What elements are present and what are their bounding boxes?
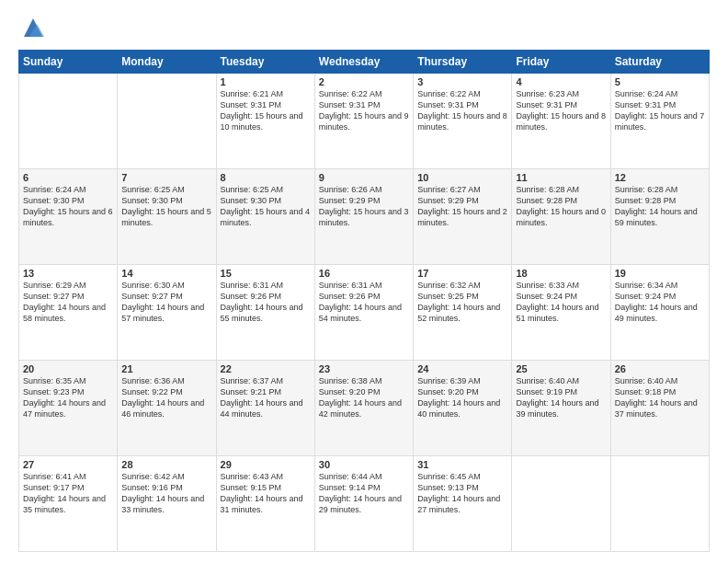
day-info: Sunrise: 6:41 AMSunset: 9:17 PMDaylight:… [23,471,113,516]
day-number: 5 [615,76,705,87]
weekday-sunday: Sunday [19,51,118,74]
calendar-cell: 1Sunrise: 6:21 AMSunset: 9:31 PMDaylight… [216,74,314,169]
day-number: 22 [221,363,311,374]
day-info: Sunrise: 6:33 AMSunset: 9:24 PMDaylight:… [516,280,606,325]
calendar-cell: 5Sunrise: 6:24 AMSunset: 9:31 PMDaylight… [610,74,709,169]
day-info: Sunrise: 6:45 AMSunset: 9:13 PMDaylight:… [417,471,507,516]
day-info: Sunrise: 6:37 AMSunset: 9:21 PMDaylight:… [221,375,311,420]
calendar-cell: 13Sunrise: 6:29 AMSunset: 9:27 PMDayligh… [19,265,118,361]
day-number: 20 [23,363,113,374]
calendar-cell: 22Sunrise: 6:37 AMSunset: 9:21 PMDayligh… [216,361,314,456]
day-number: 14 [121,268,211,279]
calendar-cell: 2Sunrise: 6:22 AMSunset: 9:31 PMDaylight… [314,74,413,169]
calendar-cell: 31Sunrise: 6:45 AMSunset: 9:13 PMDayligh… [414,456,512,552]
day-info: Sunrise: 6:32 AMSunset: 9:25 PMDaylight:… [417,280,507,325]
week-row-5: 27Sunrise: 6:41 AMSunset: 9:17 PMDayligh… [19,456,710,552]
day-number: 6 [23,172,113,183]
logo-icon [20,15,46,40]
day-info: Sunrise: 6:30 AMSunset: 9:27 PMDaylight:… [121,280,211,325]
day-info: Sunrise: 6:34 AMSunset: 9:24 PMDaylight:… [615,280,705,325]
weekday-wednesday: Wednesday [314,51,413,74]
day-number: 26 [615,363,705,374]
weekday-saturday: Saturday [610,51,709,74]
day-info: Sunrise: 6:23 AMSunset: 9:31 PMDaylight:… [516,88,606,133]
day-info: Sunrise: 6:31 AMSunset: 9:26 PMDaylight:… [319,280,409,325]
day-number: 15 [221,268,311,279]
calendar-cell: 12Sunrise: 6:28 AMSunset: 9:28 PMDayligh… [610,169,709,265]
weekday-header-row: SundayMondayTuesdayWednesdayThursdayFrid… [19,51,710,74]
day-info: Sunrise: 6:27 AMSunset: 9:29 PMDaylight:… [417,184,507,229]
calendar-cell: 21Sunrise: 6:36 AMSunset: 9:22 PMDayligh… [118,361,216,456]
day-info: Sunrise: 6:24 AMSunset: 9:30 PMDaylight:… [23,184,113,229]
day-info: Sunrise: 6:38 AMSunset: 9:20 PMDaylight:… [319,375,409,420]
calendar-cell: 27Sunrise: 6:41 AMSunset: 9:17 PMDayligh… [19,456,118,552]
day-info: Sunrise: 6:29 AMSunset: 9:27 PMDaylight:… [23,280,113,325]
calendar-cell: 11Sunrise: 6:28 AMSunset: 9:28 PMDayligh… [512,169,610,265]
calendar-cell: 7Sunrise: 6:25 AMSunset: 9:30 PMDaylight… [118,169,216,265]
day-number: 25 [516,363,606,374]
calendar-cell: 29Sunrise: 6:43 AMSunset: 9:15 PMDayligh… [216,456,314,552]
calendar-cell: 28Sunrise: 6:42 AMSunset: 9:16 PMDayligh… [118,456,216,552]
calendar-cell [610,456,709,552]
day-number: 24 [417,363,507,374]
day-info: Sunrise: 6:22 AMSunset: 9:31 PMDaylight:… [319,88,409,133]
day-number: 3 [417,76,507,87]
calendar-table: SundayMondayTuesdayWednesdayThursdayFrid… [18,50,710,552]
calendar-cell: 24Sunrise: 6:39 AMSunset: 9:20 PMDayligh… [414,361,512,456]
day-number: 11 [516,172,606,183]
day-info: Sunrise: 6:21 AMSunset: 9:31 PMDaylight:… [221,88,311,133]
weekday-thursday: Thursday [414,51,512,74]
day-number: 19 [615,268,705,279]
day-number: 4 [516,76,606,87]
calendar-cell: 20Sunrise: 6:35 AMSunset: 9:23 PMDayligh… [19,361,118,456]
day-number: 21 [121,363,211,374]
calendar-cell: 3Sunrise: 6:22 AMSunset: 9:31 PMDaylight… [414,74,512,169]
day-info: Sunrise: 6:26 AMSunset: 9:29 PMDaylight:… [319,184,409,229]
day-number: 10 [417,172,507,183]
day-number: 27 [23,459,113,470]
weekday-friday: Friday [512,51,610,74]
calendar-cell: 4Sunrise: 6:23 AMSunset: 9:31 PMDaylight… [512,74,610,169]
day-info: Sunrise: 6:42 AMSunset: 9:16 PMDaylight:… [121,471,211,516]
calendar-cell: 18Sunrise: 6:33 AMSunset: 9:24 PMDayligh… [512,265,610,361]
calendar-cell: 6Sunrise: 6:24 AMSunset: 9:30 PMDaylight… [19,169,118,265]
calendar-cell: 26Sunrise: 6:40 AMSunset: 9:18 PMDayligh… [610,361,709,456]
calendar-cell: 23Sunrise: 6:38 AMSunset: 9:20 PMDayligh… [314,361,413,456]
calendar-cell: 10Sunrise: 6:27 AMSunset: 9:29 PMDayligh… [414,169,512,265]
day-info: Sunrise: 6:28 AMSunset: 9:28 PMDaylight:… [516,184,606,229]
day-info: Sunrise: 6:44 AMSunset: 9:14 PMDaylight:… [319,471,409,516]
page: SundayMondayTuesdayWednesdayThursdayFrid… [0,0,728,563]
week-row-2: 6Sunrise: 6:24 AMSunset: 9:30 PMDaylight… [19,169,710,265]
logo [18,15,46,40]
day-number: 31 [417,459,507,470]
day-number: 30 [319,459,409,470]
day-number: 7 [121,172,211,183]
day-info: Sunrise: 6:36 AMSunset: 9:22 PMDaylight:… [121,375,211,420]
week-row-1: 1Sunrise: 6:21 AMSunset: 9:31 PMDaylight… [19,74,710,169]
day-info: Sunrise: 6:31 AMSunset: 9:26 PMDaylight:… [221,280,311,325]
day-number: 18 [516,268,606,279]
day-info: Sunrise: 6:28 AMSunset: 9:28 PMDaylight:… [615,184,705,229]
day-info: Sunrise: 6:43 AMSunset: 9:15 PMDaylight:… [221,471,311,516]
day-info: Sunrise: 6:22 AMSunset: 9:31 PMDaylight:… [417,88,507,133]
day-number: 8 [221,172,311,183]
day-info: Sunrise: 6:25 AMSunset: 9:30 PMDaylight:… [121,184,211,229]
calendar-cell [512,456,610,552]
weekday-monday: Monday [118,51,216,74]
day-info: Sunrise: 6:40 AMSunset: 9:19 PMDaylight:… [516,375,606,420]
calendar-cell: 17Sunrise: 6:32 AMSunset: 9:25 PMDayligh… [414,265,512,361]
day-info: Sunrise: 6:24 AMSunset: 9:31 PMDaylight:… [615,88,705,133]
calendar-cell: 8Sunrise: 6:25 AMSunset: 9:30 PMDaylight… [216,169,314,265]
day-number: 13 [23,268,113,279]
day-number: 12 [615,172,705,183]
calendar-cell: 15Sunrise: 6:31 AMSunset: 9:26 PMDayligh… [216,265,314,361]
header [18,15,710,40]
calendar-cell: 16Sunrise: 6:31 AMSunset: 9:26 PMDayligh… [314,265,413,361]
day-number: 2 [319,76,409,87]
day-number: 17 [417,268,507,279]
day-number: 9 [319,172,409,183]
day-info: Sunrise: 6:35 AMSunset: 9:23 PMDaylight:… [23,375,113,420]
calendar-cell [118,74,216,169]
week-row-3: 13Sunrise: 6:29 AMSunset: 9:27 PMDayligh… [19,265,710,361]
week-row-4: 20Sunrise: 6:35 AMSunset: 9:23 PMDayligh… [19,361,710,456]
